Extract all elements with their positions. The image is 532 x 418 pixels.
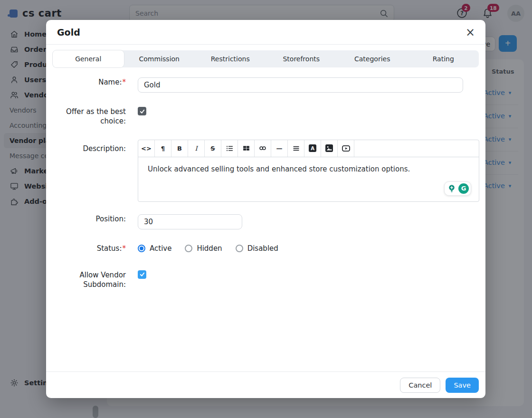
modal-footer: Cancel Save (46, 371, 485, 398)
description-editor: <> ¶ B I S — A Unlock advanced selling t… (138, 140, 479, 202)
italic-button[interactable]: I (188, 140, 205, 157)
code-icon: <> (141, 145, 152, 152)
list-button[interactable] (221, 140, 238, 157)
horizontal-rule-icon: — (276, 145, 283, 152)
modal-body: Name:* Offer as the best choice: Descrip… (46, 67, 485, 289)
radio-label: Hidden (197, 244, 222, 253)
italic-icon: I (195, 145, 197, 152)
cancel-button[interactable]: Cancel (400, 378, 440, 393)
best-choice-checkbox[interactable] (138, 107, 146, 115)
radio-label: Active (150, 244, 171, 253)
align-button[interactable] (288, 140, 304, 157)
horizontal-rule-button[interactable]: — (271, 140, 288, 157)
save-button[interactable]: Save (446, 378, 479, 393)
bullet-list-icon (226, 144, 234, 152)
grammarly-icon[interactable]: G (458, 183, 469, 194)
suggestion-bulb-icon[interactable] (446, 183, 457, 194)
table-button[interactable] (238, 140, 255, 157)
text-background-icon: A (308, 144, 317, 152)
radio-label: Disabled (247, 244, 278, 253)
tab-restrictions[interactable]: Restrictions (195, 50, 266, 67)
editor-toolbar: <> ¶ B I S — A (138, 140, 479, 157)
label-text: Status: (97, 244, 122, 253)
tab-storefronts[interactable]: Storefronts (266, 50, 337, 67)
video-icon (342, 144, 351, 153)
position-row: Position: (46, 214, 485, 229)
close-icon[interactable]: × (466, 27, 475, 38)
description-label: Description: (46, 140, 138, 202)
bold-icon: B (177, 145, 182, 152)
tab-categories[interactable]: Categories (337, 50, 408, 67)
image-icon (325, 144, 333, 152)
tab-commission[interactable]: Commission (124, 50, 195, 67)
paragraph-icon: ¶ (161, 145, 165, 152)
checkmark-icon (139, 271, 145, 277)
modal-title: Gold (57, 27, 80, 38)
status-radio-group: Active Hidden Disabled (138, 244, 278, 253)
name-label: Name:* (46, 77, 138, 93)
label-text: Name: (98, 78, 122, 86)
description-row: Description: <> ¶ B I S — A (46, 140, 485, 202)
required-mark: * (123, 244, 126, 253)
position-field[interactable] (138, 214, 242, 229)
strikethrough-icon: S (210, 145, 215, 152)
status-row: Status:* Active Hidden Disabled (46, 244, 485, 253)
tab-general[interactable]: General (53, 50, 124, 67)
vendor-plan-modal: Gold × General Commission Restrictions S… (46, 20, 485, 398)
radio-checked-icon[interactable] (138, 245, 145, 252)
subdomain-label: Allow Vendor Subdomain: (46, 270, 138, 290)
name-field[interactable] (138, 77, 463, 93)
svg-text:A: A (311, 146, 314, 151)
radio-icon[interactable] (236, 245, 243, 252)
link-icon (258, 144, 267, 152)
radio-icon[interactable] (185, 245, 192, 252)
subdomain-row: Allow Vendor Subdomain: (46, 270, 485, 290)
text-background-button[interactable]: A (304, 140, 321, 157)
align-icon (292, 144, 300, 152)
modal-header: Gold × (46, 20, 485, 45)
description-text: Unlock advanced selling tools and enhanc… (148, 165, 410, 173)
bold-button[interactable]: B (171, 140, 188, 157)
status-option-hidden[interactable]: Hidden (185, 244, 222, 253)
best-choice-row: Offer as the best choice: (46, 107, 485, 126)
subdomain-checkbox[interactable] (138, 270, 146, 279)
tab-rating[interactable]: Rating (408, 50, 479, 67)
link-button[interactable] (255, 140, 271, 157)
checkmark-icon (139, 108, 145, 114)
modal-tab-bar: General Commission Restrictions Storefro… (53, 50, 479, 67)
best-choice-label: Offer as the best choice: (46, 107, 138, 126)
position-label: Position: (46, 214, 138, 229)
required-mark: * (123, 78, 126, 86)
code-view-button[interactable]: <> (138, 140, 155, 157)
status-label: Status:* (46, 244, 138, 253)
image-button[interactable] (321, 140, 338, 157)
grammarly-widget: G (444, 181, 471, 196)
paragraph-format-button[interactable]: ¶ (155, 140, 171, 157)
description-textarea[interactable]: Unlock advanced selling tools and enhanc… (138, 157, 479, 201)
status-option-active[interactable]: Active (138, 244, 171, 253)
strikethrough-button[interactable]: S (205, 140, 221, 157)
status-option-disabled[interactable]: Disabled (236, 244, 278, 253)
video-button[interactable] (338, 140, 354, 157)
table-icon (242, 144, 250, 152)
name-row: Name:* (46, 77, 485, 93)
